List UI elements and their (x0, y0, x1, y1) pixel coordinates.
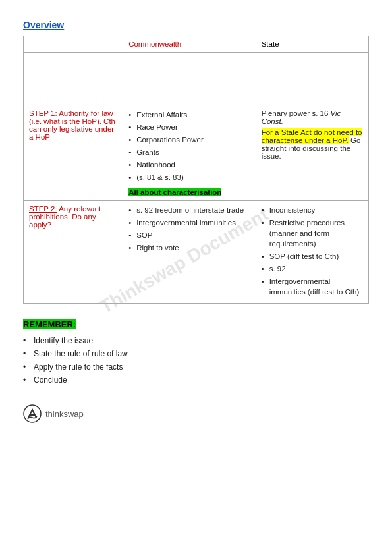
list-item: Race Power (128, 122, 250, 132)
footer-logo-text: thinkswap (45, 409, 84, 419)
remember-label: REMEMBER: (23, 319, 369, 336)
list-item: SOP (diff test to Cth) (262, 251, 363, 262)
list-item: Identify the issue (23, 336, 369, 345)
list-item: Right to vote (128, 242, 250, 253)
list-item: Grants (128, 147, 250, 157)
list-item: Apply the rule to the facts (23, 362, 369, 372)
list-item: Conclude (23, 375, 369, 385)
empty-label (24, 53, 123, 105)
footer-logo: thinkswap (23, 404, 84, 423)
overview-table: Commonwealth State STEP 1: Authority for… (23, 36, 369, 304)
step1-commonwealth: External Affairs Race Power Corporations… (123, 105, 256, 201)
thinkswap-logo-icon (23, 404, 42, 423)
list-item: External Affairs (128, 109, 250, 120)
step1-cw-list: External Affairs Race Power Corporations… (128, 109, 250, 183)
list-item: Restrictive procedures (manner and form … (262, 217, 363, 249)
table-row-step2: STEP 2: Any relevant prohibitions. Do an… (24, 200, 369, 304)
table-row-empty (24, 53, 369, 105)
step1-state-plenary: Plenary power s. 16 Vic Const. (262, 109, 363, 125)
step1-cw-note: All about characterisation (128, 185, 250, 196)
step2-state-list: Inconsistency Restrictive procedures (ma… (262, 205, 363, 298)
step1-state-highlight: For a State Act do not need to character… (262, 128, 363, 160)
remember-list: Identify the issue State the rule of rul… (23, 336, 369, 385)
remember-section: REMEMBER: Identify the issue State the r… (23, 319, 369, 385)
list-item: SOP (128, 230, 250, 240)
step2-link: STEP 2: (29, 205, 57, 213)
list-item: Inconsistency (262, 205, 363, 215)
col-header-commonwealth: Commonwealth (123, 36, 256, 53)
step2-commonwealth: s. 92 freedom of interstate trade Interg… (123, 200, 256, 304)
footer: thinkswap (23, 404, 369, 423)
empty-state (256, 53, 368, 105)
list-item: Intergovernmental immunities (128, 217, 250, 228)
list-item: Intergovernmental immunities (diff test … (262, 276, 363, 297)
list-item: s. 92 (262, 263, 363, 274)
step1-label: STEP 1: Authority for law (i.e. what is … (24, 105, 123, 201)
step2-cw-list: s. 92 freedom of interstate trade Interg… (128, 205, 250, 253)
svg-point-0 (24, 405, 41, 422)
empty-commonwealth (123, 53, 256, 105)
list-item: s. 92 freedom of interstate trade (128, 205, 250, 215)
col-header-state: State (256, 36, 368, 53)
list-item: (s. 81 & s. 83) (128, 172, 250, 182)
page-title: Overview (23, 20, 369, 30)
step1-link: STEP 1: (29, 109, 57, 117)
list-item: Corporations Power (128, 134, 250, 145)
step2-state: Inconsistency Restrictive procedures (ma… (256, 200, 368, 304)
list-item: State the rule of rule of law (23, 349, 369, 358)
col-header-label (24, 36, 123, 53)
step2-label: STEP 2: Any relevant prohibitions. Do an… (24, 200, 123, 304)
list-item: Nationhood (128, 159, 250, 170)
table-row-step1: STEP 1: Authority for law (i.e. what is … (24, 105, 369, 201)
step1-state: Plenary power s. 16 Vic Const. For a Sta… (256, 105, 368, 201)
